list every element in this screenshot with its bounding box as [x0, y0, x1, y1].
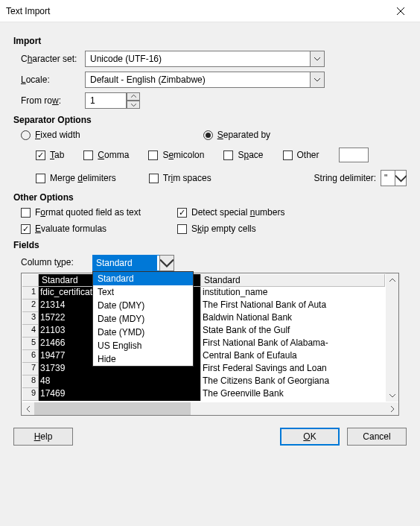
cell-col2: institution_name	[201, 287, 385, 300]
chevron-down-icon[interactable]	[310, 51, 325, 67]
dialog-title: Text Import	[6, 6, 387, 16]
row-number: 5	[22, 338, 39, 350]
skip-empty-checkbox[interactable]: Skip empty cells	[177, 224, 407, 234]
scroll-down-icon[interactable]	[386, 389, 398, 402]
cell-col2: First National Bank of Alabama-	[201, 338, 385, 350]
locale-label: Locale:	[13, 75, 85, 85]
fixed-width-radio[interactable]: Fixed width	[21, 130, 80, 140]
column-type-option[interactable]: US English	[93, 339, 193, 352]
cell-col1: 48	[39, 376, 201, 388]
format-quoted-checkbox[interactable]: Format quoted field as text	[21, 207, 177, 218]
cell-col2: The Greenville Bank	[201, 388, 385, 401]
evaluate-formulas-checkbox[interactable]: Evaluate formulas	[21, 224, 177, 234]
charset-select[interactable]: Unicode (UTF-16)	[85, 51, 325, 67]
semicolon-checkbox[interactable]: Semicolon	[148, 150, 204, 160]
table-row: 521466First National Bank of Alabama-	[22, 338, 385, 350]
horizontal-scrollbar[interactable]	[22, 402, 398, 415]
ok-button[interactable]: OK	[280, 428, 340, 446]
title-bar: Text Import	[0, 0, 420, 22]
row-number-header	[22, 274, 39, 287]
other-options-section-title: Other Options	[13, 192, 407, 203]
row-number: 7	[22, 363, 39, 376]
help-button[interactable]: Help	[13, 428, 73, 446]
column-type-option[interactable]: Text	[93, 285, 193, 299]
table-row: 731739First Federal Savings and Loan	[22, 363, 385, 376]
column-type-option[interactable]: Date (YMD)	[93, 326, 193, 339]
chevron-down-icon[interactable]	[310, 72, 325, 88]
fields-section-title: Fields	[13, 240, 407, 250]
locale-select[interactable]: Default - English (Zimbabwe)	[85, 72, 325, 88]
row-number: 6	[22, 350, 39, 363]
table-row: 221314The First National Bank of Auta	[22, 300, 385, 312]
column-type-option[interactable]: Date (DMY)	[93, 299, 193, 312]
column-type-label: Column type:	[21, 255, 92, 267]
other-input[interactable]	[339, 148, 369, 162]
table-row: 421103State Bank of the Gulf	[22, 325, 385, 338]
table-row: 917469The Greenville Bank	[22, 388, 385, 401]
table-row: 848The Citizens Bank of Georgiana	[22, 376, 385, 388]
chevron-down-icon[interactable]	[159, 255, 174, 271]
spinner-up[interactable]	[127, 92, 140, 101]
charset-label: Character set:	[13, 54, 85, 64]
fromrow-input[interactable]	[85, 92, 127, 109]
fromrow-label: From row:	[13, 95, 85, 106]
separated-by-radio[interactable]: Separated by	[203, 130, 270, 140]
import-section-title: Import	[13, 36, 407, 46]
row-number: 3	[22, 312, 39, 325]
column-type-option[interactable]: Date (MDY)	[93, 312, 193, 326]
detect-special-checkbox[interactable]: Detect special numbers	[177, 207, 407, 218]
scroll-up-icon[interactable]	[386, 273, 398, 286]
cell-col2: Central Bank of Eufaula	[201, 350, 385, 363]
scroll-right-icon[interactable]	[386, 402, 398, 415]
cancel-button[interactable]: Cancel	[347, 428, 407, 446]
cell-col2: Baldwin National Bank	[201, 312, 385, 325]
column-type-option[interactable]: Hide	[93, 352, 193, 366]
column-type-option[interactable]: Standard	[93, 272, 193, 285]
preview-table[interactable]: Standard Standard 1fdic_certificate_numb…	[21, 273, 399, 416]
column-type-select[interactable]: Standard StandardTextDate (DMY)Date (MDY…	[92, 255, 174, 271]
cell-col1: 17469	[39, 388, 201, 401]
space-checkbox[interactable]: Space	[223, 150, 263, 160]
row-number: 1	[22, 287, 39, 300]
row-number: 8	[22, 376, 39, 388]
string-delimiter-label: String delimiter:	[314, 173, 376, 183]
close-button[interactable]	[387, 0, 414, 22]
column-type-dropdown[interactable]: StandardTextDate (DMY)Date (MDY)Date (YM…	[92, 271, 194, 367]
row-number: 4	[22, 325, 39, 338]
fromrow-spinner[interactable]	[85, 92, 140, 109]
scroll-thumb[interactable]	[34, 402, 191, 415]
scroll-left-icon[interactable]	[22, 402, 34, 415]
cell-col2: The Citizens Bank of Georgiana	[201, 376, 385, 388]
merge-delimiters-checkbox[interactable]: Merge delimiters	[36, 173, 116, 183]
tab-checkbox[interactable]: Tab	[36, 150, 64, 160]
table-row: 619477Central Bank of Eufaula	[22, 350, 385, 363]
cell-col2: First Federal Savings and Loan	[201, 363, 385, 376]
table-row: 315722Baldwin National Bank	[22, 312, 385, 325]
column-header-2[interactable]: Standard	[201, 274, 385, 287]
cell-col2: State Bank of the Gulf	[201, 325, 385, 338]
chevron-down-icon[interactable]	[395, 170, 407, 186]
separator-section-title: Separator Options	[13, 115, 407, 125]
trim-spaces-checkbox[interactable]: Trim spaces	[149, 173, 211, 183]
table-row: 1fdic_certificate_numberinstitution_name	[22, 287, 385, 300]
string-delimiter-select[interactable]: "	[381, 170, 407, 186]
cell-col2: The First National Bank of Auta	[201, 300, 385, 312]
comma-checkbox[interactable]: Comma	[83, 150, 129, 160]
spinner-down[interactable]	[127, 101, 140, 109]
row-number: 9	[22, 388, 39, 401]
vertical-scrollbar[interactable]	[386, 273, 398, 402]
row-number: 2	[22, 300, 39, 312]
other-checkbox[interactable]: Other	[283, 150, 319, 160]
